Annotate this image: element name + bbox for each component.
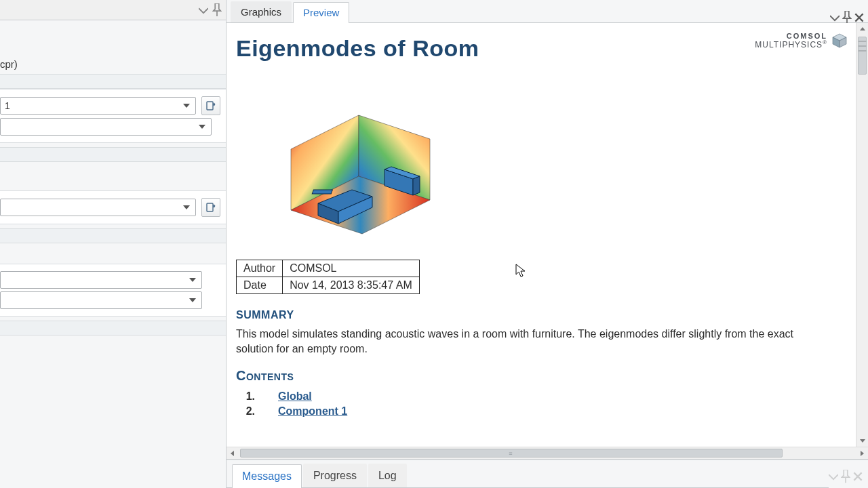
contents-heading: Contents: [236, 368, 842, 384]
right-panel: Graphics Preview COMSOL MULTIPHYSICS®: [226, 0, 868, 488]
close-icon[interactable]: [854, 13, 864, 22]
svg-rect-2: [312, 190, 332, 194]
table-row: Date Nov 14, 2013 8:35:47 AM: [237, 277, 420, 294]
left-section-header-3[interactable]: [0, 228, 226, 243]
vertical-scrollbar[interactable]: [856, 23, 868, 447]
chevron-down-icon: [180, 200, 193, 215]
scroll-down-icon[interactable]: [856, 434, 868, 447]
chevron-down-icon: [186, 293, 199, 308]
left-panel: cpr) 1: [0, 0, 226, 488]
panel-menu-icon[interactable]: [830, 13, 840, 22]
combo-field-1-value: 1: [5, 100, 10, 111]
scroll-grip-icon: [859, 41, 867, 52]
cursor-icon: [515, 264, 526, 279]
cube-icon: [831, 33, 848, 49]
combo-field-3[interactable]: [0, 199, 196, 216]
chevron-down-icon: [186, 272, 199, 287]
scroll-left-icon[interactable]: [226, 447, 239, 459]
left-section-header-2[interactable]: [0, 147, 226, 162]
hscroll-track[interactable]: ≡: [239, 447, 856, 459]
tab-progress[interactable]: Progress: [303, 464, 367, 487]
logo-line1: COMSOL: [755, 33, 827, 40]
logo-line2: MULTIPHYSICS®: [755, 40, 827, 49]
combo-field-2[interactable]: [0, 118, 212, 136]
left-section-1: 1: [0, 89, 226, 143]
toc-number: 1.: [236, 390, 255, 403]
left-section-3: [0, 264, 226, 317]
app-root: cpr) 1: [0, 0, 868, 488]
horizontal-scrollbar[interactable]: ≡: [226, 447, 868, 459]
toc-link-global[interactable]: Global: [278, 390, 312, 403]
left-panel-body: cpr) 1: [0, 20, 226, 488]
left-panel-header: [0, 0, 226, 20]
tab-preview[interactable]: Preview: [293, 2, 349, 23]
toc-link-component[interactable]: Component 1: [278, 405, 347, 418]
chevron-down-icon: [196, 119, 208, 134]
tab-graphics[interactable]: Graphics: [231, 1, 292, 22]
combo-field-1[interactable]: 1: [0, 97, 196, 115]
close-icon[interactable]: [853, 472, 863, 481]
pin-panel-icon[interactable]: [212, 5, 222, 15]
goto-button-2[interactable]: [201, 198, 220, 217]
left-section-2: [0, 190, 226, 224]
author-label: Author: [237, 260, 283, 277]
hscroll-thumb[interactable]: ≡: [240, 449, 783, 458]
left-section-header-4[interactable]: [0, 321, 226, 336]
scroll-up-icon[interactable]: [856, 23, 868, 35]
toc-item: 2. Component 1: [236, 405, 842, 418]
table-row: Author COMSOL: [237, 260, 420, 277]
document-title: Eigenmodes of Room: [236, 35, 842, 62]
date-value: Nov 14, 2013 8:35:47 AM: [283, 277, 420, 294]
author-value: COMSOL: [283, 260, 420, 277]
pin-icon[interactable]: [842, 13, 852, 22]
summary-text: This model simulates standing acoustic w…: [236, 327, 833, 356]
date-label: Date: [237, 277, 283, 294]
goto-button-1[interactable]: [201, 96, 220, 115]
svg-rect-0: [207, 102, 213, 110]
table-of-contents: 1. Global 2. Component 1: [236, 390, 842, 418]
panel-menu-icon[interactable]: [829, 472, 838, 481]
bottom-tabbar: Messages Progress Log: [226, 460, 829, 488]
summary-heading: SUMMARY: [236, 309, 842, 321]
pin-icon[interactable]: [841, 472, 850, 481]
left-hint-text: cpr): [0, 20, 226, 74]
toc-number: 2.: [236, 405, 255, 418]
bottom-dock: Messages Progress Log: [226, 460, 868, 488]
chevron-down-icon: [180, 98, 193, 113]
minimize-panel-icon[interactable]: [199, 5, 208, 15]
tab-log[interactable]: Log: [368, 464, 407, 487]
preview-viewport: COMSOL MULTIPHYSICS® Eigenmodes of Room: [226, 23, 868, 447]
metadata-table: Author COMSOL Date Nov 14, 2013 8:35:47 …: [236, 260, 420, 294]
combo-field-5[interactable]: [0, 291, 202, 309]
preview-document: COMSOL MULTIPHYSICS® Eigenmodes of Room: [226, 23, 856, 447]
left-section-header-1[interactable]: [0, 74, 226, 89]
combo-field-4[interactable]: [0, 271, 202, 289]
svg-rect-1: [207, 203, 213, 211]
brand-logo: COMSOL MULTIPHYSICS®: [755, 33, 848, 49]
scroll-right-icon[interactable]: [856, 447, 868, 459]
tab-messages[interactable]: Messages: [232, 464, 302, 488]
toc-item: 1. Global: [236, 390, 842, 403]
model-thumbnail: [260, 78, 457, 247]
graphics-panel: Graphics Preview COMSOL MULTIPHYSICS®: [226, 0, 868, 460]
graphics-tabbar: Graphics Preview: [226, 0, 868, 23]
